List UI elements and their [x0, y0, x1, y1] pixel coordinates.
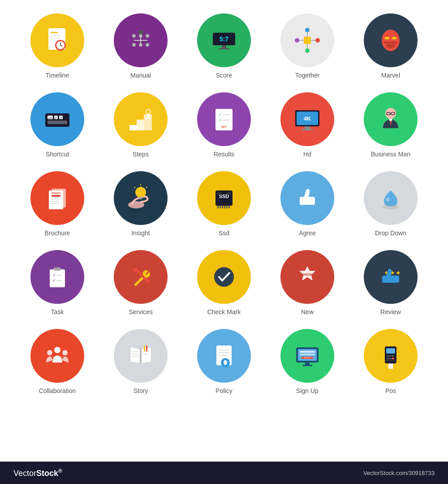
svg-rect-73: [389, 119, 392, 121]
timeline-label: Timeline: [46, 72, 69, 79]
svg-rect-150: [385, 360, 396, 361]
svg-rect-27: [219, 48, 229, 49]
steps-icon: [114, 92, 168, 146]
svg-point-29: [305, 28, 310, 32]
svg-text:✓: ✓: [52, 278, 56, 283]
svg-rect-49: [47, 121, 67, 124]
task-label: Task: [51, 308, 64, 315]
svg-line-87: [134, 187, 135, 188]
svg-rect-141: [302, 365, 312, 366]
brochure-label: Brochure: [45, 229, 70, 237]
trademark-symbol: ®: [58, 468, 62, 474]
svg-point-82: [135, 187, 146, 198]
icon-item-timeline: Timeline: [22, 13, 93, 79]
new-icon: NEW: [280, 250, 334, 304]
svg-text:✓: ✓: [219, 117, 222, 122]
policy-label: Policy: [215, 387, 232, 394]
icon-item-business-man: Business Man: [355, 92, 426, 158]
results-label: Results: [214, 151, 235, 158]
svg-text:A+: A+: [221, 125, 227, 129]
svg-rect-28: [304, 37, 311, 44]
svg-point-53: [146, 109, 151, 114]
timeline-icon: [30, 13, 84, 67]
svg-text:3: 3: [147, 35, 148, 38]
icon-item-services: Services: [105, 250, 177, 315]
collaboration-label: Collaboration: [39, 387, 76, 394]
icon-item-story: Story: [105, 329, 177, 394]
check-mark-icon: [197, 250, 251, 304]
policy-icon: [197, 329, 251, 383]
icon-item-manual: 1 2 3 4 5 6 Manual: [105, 13, 177, 79]
business-man-label: Business Man: [371, 151, 410, 158]
icon-item-review: ★ ★ ★ Review: [355, 250, 426, 315]
main-content: Timeline: [0, 0, 448, 403]
shortcut-icon: ctrl C V: [30, 92, 84, 146]
svg-text:C: C: [55, 117, 57, 119]
story-label: Story: [134, 387, 148, 394]
icon-item-pos: Pos: [355, 329, 426, 394]
svg-point-109: [214, 267, 234, 287]
svg-rect-40: [384, 42, 397, 43]
svg-rect-26: [222, 45, 226, 48]
icon-item-shortcut: ctrl C V Shortcut: [22, 92, 93, 158]
svg-text:★: ★: [396, 269, 401, 276]
icon-item-collaboration: Collaboration: [22, 329, 93, 394]
svg-point-118: [62, 350, 68, 355]
footer: VectorStock® VectorStock.com/30918733: [0, 462, 448, 484]
svg-rect-2: [51, 35, 60, 36]
svg-rect-42: [45, 113, 69, 127]
svg-rect-51: [137, 120, 144, 130]
hd-icon: 4K: [280, 92, 334, 146]
svg-rect-94: [226, 206, 228, 208]
icon-item-hd: 4K Hd: [271, 92, 343, 158]
svg-rect-149: [392, 358, 394, 359]
icon-item-agree: Agree: [271, 171, 343, 237]
icon-item-together: Together: [271, 13, 343, 79]
svg-rect-79: [52, 203, 60, 204]
ssd-label: Ssd: [219, 229, 229, 237]
icon-item-results: ✓ ✓ A+ Results: [188, 92, 260, 158]
svg-rect-121: [140, 348, 142, 363]
svg-rect-68: [302, 129, 313, 130]
svg-point-99: [383, 205, 399, 209]
svg-rect-93: [224, 206, 225, 208]
svg-rect-98: [300, 197, 304, 205]
svg-rect-136: [300, 351, 315, 353]
check-mark-label: Check Mark: [207, 308, 241, 315]
icon-item-score: 5:7 Score: [188, 13, 260, 79]
sign-up-icon: SIGN UP: [280, 329, 334, 383]
agree-label: Agree: [299, 229, 315, 237]
svg-text:V: V: [60, 117, 62, 119]
svg-point-117: [47, 350, 52, 355]
icon-item-drop-down: Drop Down: [355, 171, 426, 237]
icon-item-sign-up: SIGN UP Sign Up: [271, 329, 343, 394]
svg-rect-123: [146, 346, 147, 352]
svg-rect-76: [52, 195, 60, 197]
brochure-icon: [30, 171, 84, 225]
svg-text:4: 4: [134, 44, 135, 47]
shortcut-label: Shortcut: [46, 151, 69, 158]
svg-rect-137: [300, 354, 315, 355]
new-label: New: [301, 308, 314, 315]
svg-text:NEW: NEW: [303, 272, 312, 277]
drop-down-label: Drop Down: [375, 229, 406, 237]
svg-rect-96: [217, 192, 221, 195]
svg-rect-143: [386, 348, 395, 354]
icon-item-marvel: Marvel: [355, 13, 426, 79]
together-icon: [280, 13, 334, 67]
icon-item-task: ✓ ✓ Task: [22, 250, 93, 315]
svg-point-31: [305, 48, 310, 53]
svg-rect-77: [52, 199, 60, 199]
svg-rect-50: [129, 125, 137, 130]
footer-url: VectorStock.com/30918733: [363, 470, 435, 476]
svg-rect-1: [51, 32, 58, 33]
svg-rect-80: [52, 192, 60, 194]
pos-label: Pos: [385, 387, 396, 394]
svg-text:1: 1: [134, 35, 135, 38]
marvel-label: Marvel: [381, 72, 400, 79]
svg-point-38: [384, 37, 390, 39]
story-icon: [114, 329, 168, 383]
svg-text:SIGN UP: SIGN UP: [304, 357, 311, 359]
svg-rect-78: [52, 201, 59, 202]
svg-text:5:7: 5:7: [220, 35, 228, 43]
